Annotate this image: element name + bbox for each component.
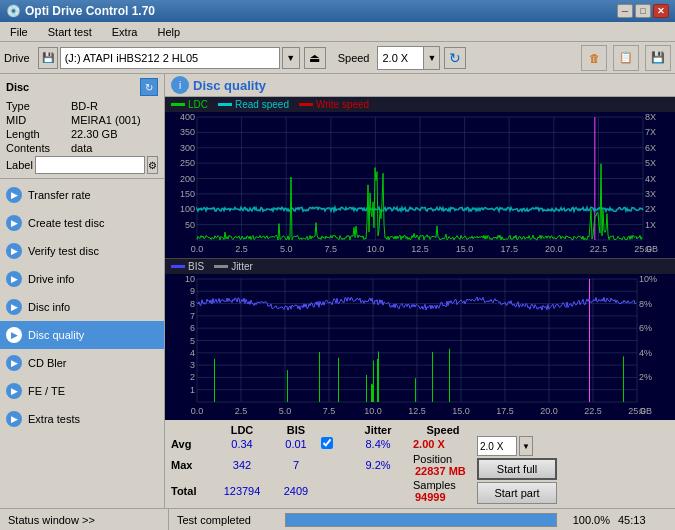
disc-quality-header-icon: i — [171, 76, 189, 94]
sidebar-item-verify-test-disc[interactable]: ▶ Verify test disc — [0, 237, 164, 265]
total-label: Total — [171, 478, 213, 504]
drive-select-value[interactable]: (J:) ATAPI iHBS212 2 HL05 — [60, 47, 280, 69]
stats-table: LDC BIS Jitter Speed Avg 0.34 0.01 8.4% … — [171, 424, 557, 504]
speed-select-value: 2.0 X — [477, 436, 517, 456]
cd-bler-icon: ▶ — [6, 355, 22, 371]
samples-label: Samples — [413, 479, 456, 491]
read-speed-color — [218, 103, 232, 106]
disc-refresh-button[interactable]: ↻ — [140, 78, 158, 96]
menubar: File Start test Extra Help — [0, 22, 675, 42]
drive-selector[interactable]: 💾 (J:) ATAPI iHBS212 2 HL05 ▼ — [38, 47, 300, 69]
max-ldc: 342 — [213, 451, 271, 477]
speed-dropdown-arrow[interactable]: ▼ — [423, 47, 439, 69]
bis-jitter-chart: BIS Jitter — [165, 259, 675, 420]
sidebar-item-cd-bler[interactable]: ▶ CD Bler — [0, 349, 164, 377]
disc-panel-title: Disc — [6, 81, 29, 93]
jitter-checkbox[interactable] — [321, 437, 333, 449]
disc-mid-label: MID — [6, 114, 71, 126]
copy-button[interactable]: 📋 — [613, 45, 639, 71]
max-jitter: 9.2% — [343, 451, 413, 477]
sidebar-item-transfer-rate[interactable]: ▶ Transfer rate — [0, 181, 164, 209]
save-button[interactable]: 💾 — [645, 45, 671, 71]
avg-bis: 0.01 — [271, 436, 321, 451]
drive-dropdown-arrow[interactable]: ▼ — [282, 47, 300, 69]
sidebar-item-disc-info[interactable]: ▶ Disc info — [0, 293, 164, 321]
speed-selector[interactable]: 2.0 X ▼ — [377, 46, 440, 70]
samples-value: 94999 — [415, 491, 446, 503]
transfer-rate-icon: ▶ — [6, 187, 22, 203]
status-window-label: Status window >> — [8, 514, 95, 526]
charts-area: LDC Read speed Write speed — [165, 97, 675, 419]
disc-quality-icon: ▶ — [6, 327, 22, 343]
avg-ldc: 0.34 — [213, 436, 271, 451]
jitter-color — [214, 265, 228, 268]
jitter-header: Jitter — [343, 424, 413, 436]
disc-quality-label: Disc quality — [28, 329, 84, 341]
menu-file[interactable]: File — [4, 24, 34, 40]
bis-header: BIS — [271, 424, 321, 436]
sidebar-item-drive-info[interactable]: ▶ Drive info — [0, 265, 164, 293]
status-window-button[interactable]: Status window >> — [4, 509, 169, 530]
ldc-header: LDC — [213, 424, 271, 436]
chart2-legend: BIS Jitter — [165, 259, 675, 274]
start-part-button[interactable]: Start part — [477, 482, 557, 504]
disc-label-edit-button[interactable]: ⚙ — [147, 156, 158, 174]
erase-button[interactable]: 🗑 — [581, 45, 607, 71]
drive-label: Drive — [4, 52, 30, 64]
ldc-legend-label: LDC — [188, 99, 208, 110]
bis-legend-label: BIS — [188, 261, 204, 272]
sidebar-item-extra-tests[interactable]: ▶ Extra tests — [0, 405, 164, 433]
disc-length-value: 22.30 GB — [71, 128, 158, 140]
app-icon: 💿 — [6, 4, 21, 18]
drive-info-icon: ▶ — [6, 271, 22, 287]
menu-help[interactable]: Help — [151, 24, 186, 40]
disc-label-label: Label — [6, 159, 35, 171]
jitter-legend-label: Jitter — [231, 261, 253, 272]
create-test-disc-label: Create test disc — [28, 217, 104, 229]
toolbar: Drive 💾 (J:) ATAPI iHBS212 2 HL05 ▼ ⏏ Sp… — [0, 42, 675, 74]
ldc-legend: LDC — [171, 99, 208, 110]
start-full-button[interactable]: Start full — [477, 458, 557, 480]
status-progress-area: Test completed 100.0% 45:13 — [169, 513, 671, 527]
close-button[interactable]: ✕ — [653, 4, 669, 18]
drive-icon: 💾 — [38, 47, 58, 69]
disc-type-label: Type — [6, 100, 71, 112]
titlebar-buttons: ─ □ ✕ — [617, 4, 669, 18]
eject-button[interactable]: ⏏ — [304, 47, 326, 69]
max-bis: 7 — [271, 451, 321, 477]
chart1-canvas — [165, 113, 675, 258]
sidebar-item-fe-te[interactable]: ▶ FE / TE — [0, 377, 164, 405]
avg-label: Avg — [171, 436, 213, 451]
status-time: 45:13 — [618, 514, 663, 526]
avg-jitter: 8.4% — [343, 436, 413, 451]
sidebar-item-disc-quality[interactable]: ▶ Disc quality — [0, 321, 164, 349]
refresh-button[interactable]: ↻ — [444, 47, 466, 69]
menu-start-test[interactable]: Start test — [42, 24, 98, 40]
extra-tests-icon: ▶ — [6, 411, 22, 427]
verify-test-disc-label: Verify test disc — [28, 245, 99, 257]
drive-info-label: Drive info — [28, 273, 74, 285]
speed-select-arrow[interactable]: ▼ — [519, 436, 533, 456]
stats-panel: LDC BIS Jitter Speed Avg 0.34 0.01 8.4% … — [165, 419, 675, 508]
sidebar: Disc ↻ Type BD-R MID MEIRA1 (001) Length… — [0, 74, 165, 508]
max-label: Max — [171, 451, 213, 477]
disc-label-input[interactable] — [35, 156, 145, 174]
minimize-button[interactable]: ─ — [617, 4, 633, 18]
extra-tests-label: Extra tests — [28, 413, 80, 425]
create-test-disc-icon: ▶ — [6, 215, 22, 231]
app-title: Opti Drive Control 1.70 — [25, 4, 155, 18]
content-header: i Disc quality — [165, 74, 675, 97]
status-bar: Status window >> Test completed 100.0% 4… — [0, 508, 675, 530]
total-ldc: 123794 — [213, 478, 271, 504]
sidebar-item-create-test-disc[interactable]: ▶ Create test disc — [0, 209, 164, 237]
status-completed-label: Test completed — [177, 514, 277, 526]
disc-length-label: Length — [6, 128, 71, 140]
sidebar-navigation: ▶ Transfer rate ▶ Create test disc ▶ Ver… — [0, 179, 164, 508]
jitter-legend: Jitter — [214, 261, 253, 272]
menu-extra[interactable]: Extra — [106, 24, 144, 40]
progress-bar-fill — [286, 514, 556, 526]
speed-select-stats[interactable]: 2.0 X ▼ — [477, 436, 557, 456]
fe-te-icon: ▶ — [6, 383, 22, 399]
fe-te-label: FE / TE — [28, 385, 65, 397]
maximize-button[interactable]: □ — [635, 4, 651, 18]
